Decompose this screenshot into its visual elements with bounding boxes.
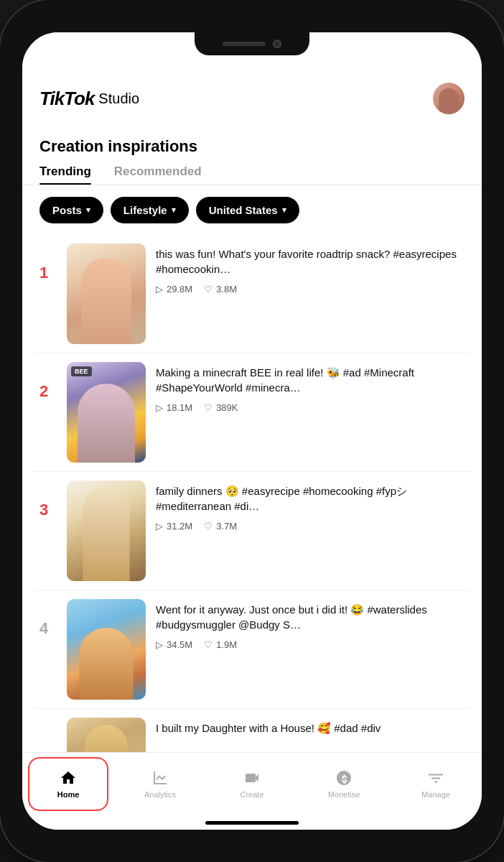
nav-home[interactable]: Home bbox=[22, 753, 114, 815]
table-row[interactable]: 2 BEE Making a minecraft BEE in real lif… bbox=[34, 353, 470, 472]
video-thumbnail bbox=[67, 718, 146, 752]
nav-analytics[interactable]: Analytics bbox=[114, 753, 206, 815]
avatar-figure bbox=[439, 88, 459, 114]
notch bbox=[195, 32, 309, 55]
phone-frame: TikTok Studio Creation inspirations Tren… bbox=[0, 0, 504, 862]
phone-screen: TikTok Studio Creation inspirations Tren… bbox=[22, 32, 482, 830]
play-icon: ▷ bbox=[156, 402, 163, 413]
filter-posts[interactable]: Posts ▾ bbox=[39, 197, 103, 223]
item-info: Making a minecraft BEE in real life! 🐝 #… bbox=[156, 362, 465, 413]
logo-studio: Studio bbox=[98, 91, 139, 107]
video-thumbnail bbox=[67, 244, 146, 344]
item-caption: I built my Daughter with a House! 🥰 #dad… bbox=[156, 720, 465, 736]
view-count: ▷ 18.1M bbox=[156, 402, 192, 413]
thumbnail-figure bbox=[85, 725, 128, 752]
nav-monetise[interactable]: Monetise bbox=[298, 753, 390, 815]
play-icon: ▷ bbox=[156, 639, 163, 650]
manage-icon bbox=[427, 769, 444, 787]
app-header: TikTok Studio bbox=[22, 75, 482, 123]
item-info: I built my Daughter with a House! 🥰 #dad… bbox=[156, 718, 465, 743]
item-caption: Making a minecraft BEE in real life! 🐝 #… bbox=[156, 365, 465, 395]
video-thumbnail bbox=[67, 481, 146, 581]
nav-create[interactable]: Create bbox=[206, 753, 298, 815]
chevron-down-icon: ▾ bbox=[282, 205, 286, 215]
nav-monetise-label: Monetise bbox=[328, 790, 360, 799]
like-count: ♡ 389K bbox=[204, 402, 238, 413]
like-count: ♡ 1.9M bbox=[204, 639, 237, 650]
heart-icon: ♡ bbox=[204, 284, 213, 295]
heart-icon: ♡ bbox=[204, 402, 213, 413]
like-count: ♡ 3.7M bbox=[204, 521, 237, 532]
tab-divider bbox=[22, 185, 482, 185]
rank-number: 1 bbox=[39, 244, 57, 282]
active-indicator bbox=[28, 757, 108, 811]
view-count: ▷ 31.2M bbox=[156, 521, 192, 532]
nav-manage-label: Manage bbox=[421, 790, 450, 799]
item-stats: ▷ 34.5M ♡ 1.9M bbox=[156, 639, 465, 650]
logo-tiktok: TikTok bbox=[39, 88, 94, 110]
item-stats: ▷ 18.1M ♡ 389K bbox=[156, 402, 465, 413]
video-thumbnail: BEE bbox=[67, 362, 146, 463]
item-caption: Went for it anyway. Just once but i did … bbox=[156, 602, 465, 632]
thumbnail-figure bbox=[83, 488, 130, 581]
item-caption: family dinners 🥺 #easyrecipe #homecookin… bbox=[156, 483, 465, 514]
thumbnail-figure bbox=[81, 258, 131, 344]
heart-icon: ♡ bbox=[204, 521, 213, 532]
monetise-icon bbox=[335, 769, 353, 787]
home-indicator-bar bbox=[22, 815, 482, 830]
filter-country[interactable]: United States ▾ bbox=[196, 197, 299, 223]
heart-icon: ♡ bbox=[204, 639, 213, 650]
item-info: Went for it anyway. Just once but i did … bbox=[156, 599, 465, 650]
section-title: Creation inspirations bbox=[22, 123, 482, 156]
play-icon: ▷ bbox=[156, 284, 163, 295]
nav-analytics-label: Analytics bbox=[144, 790, 176, 799]
user-avatar[interactable] bbox=[433, 83, 465, 114]
status-bar bbox=[22, 32, 482, 75]
like-count: ♡ 3.8M bbox=[204, 284, 237, 295]
main-content: Creation inspirations Trending Recommend… bbox=[22, 123, 482, 752]
trending-list: 1 this was fun! What's your favorite roa… bbox=[22, 235, 482, 752]
speaker bbox=[223, 42, 266, 46]
table-row[interactable]: 4 Went for it anyway. Just once but i di… bbox=[34, 590, 470, 709]
filter-lifestyle[interactable]: Lifestyle ▾ bbox=[111, 197, 189, 223]
item-info: this was fun! What's your favorite roadt… bbox=[156, 244, 465, 295]
item-stats: ▷ 29.8M ♡ 3.8M bbox=[156, 284, 465, 295]
nav-create-label: Create bbox=[240, 790, 263, 799]
item-stats: ▷ 31.2M ♡ 3.7M bbox=[156, 521, 465, 532]
chevron-down-icon: ▾ bbox=[172, 205, 176, 215]
thumbnail-overlay-label: BEE bbox=[71, 366, 92, 376]
content-tabs: Trending Recommended bbox=[22, 156, 482, 185]
play-icon: ▷ bbox=[156, 521, 163, 532]
thumbnail-figure bbox=[80, 628, 134, 700]
bottom-navigation: Home Analytics Create Monetise bbox=[22, 752, 482, 815]
chevron-down-icon: ▾ bbox=[86, 205, 90, 215]
table-row[interactable]: 1 this was fun! What's your favorite roa… bbox=[34, 235, 470, 353]
rank-number: 4 bbox=[39, 599, 57, 638]
rank-number: 3 bbox=[39, 481, 57, 519]
filter-bar: Posts ▾ Lifestyle ▾ United States ▾ bbox=[22, 197, 482, 235]
nav-manage[interactable]: Manage bbox=[390, 753, 482, 815]
app-logo: TikTok Studio bbox=[39, 88, 139, 110]
video-thumbnail bbox=[67, 599, 146, 700]
view-count: ▷ 34.5M bbox=[156, 639, 192, 650]
analytics-icon bbox=[151, 769, 169, 787]
rank-number: 2 bbox=[39, 362, 57, 401]
create-icon bbox=[243, 769, 261, 787]
table-row[interactable]: I built my Daughter with a House! 🥰 #dad… bbox=[34, 709, 470, 752]
tab-recommended[interactable]: Recommended bbox=[114, 164, 202, 185]
tab-trending[interactable]: Trending bbox=[39, 164, 91, 185]
view-count: ▷ 29.8M bbox=[156, 284, 192, 295]
home-indicator bbox=[205, 821, 299, 825]
table-row[interactable]: 3 family dinners 🥺 #easyrecipe #homecook… bbox=[34, 472, 470, 590]
item-caption: this was fun! What's your favorite roadt… bbox=[156, 246, 465, 277]
item-info: family dinners 🥺 #easyrecipe #homecookin… bbox=[156, 481, 465, 532]
camera bbox=[273, 40, 281, 48]
rank-number bbox=[39, 718, 57, 732]
thumbnail-figure bbox=[78, 384, 135, 463]
